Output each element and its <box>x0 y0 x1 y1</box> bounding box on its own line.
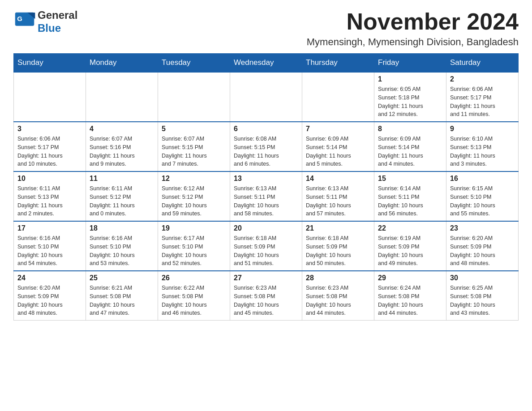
calendar-cell: 25Sunrise: 6:21 AMSunset: 5:08 PMDayligh… <box>86 271 158 321</box>
week-row-3: 10Sunrise: 6:11 AMSunset: 5:13 PMDayligh… <box>14 171 519 221</box>
day-info: Sunrise: 6:20 AMSunset: 5:09 PMDaylight:… <box>17 284 82 317</box>
day-number: 28 <box>306 274 370 282</box>
day-info: Sunrise: 6:18 AMSunset: 5:09 PMDaylight:… <box>234 234 298 268</box>
day-info: Sunrise: 6:13 AMSunset: 5:11 PMDaylight:… <box>306 184 370 218</box>
day-info: Sunrise: 6:19 AMSunset: 5:09 PMDaylight:… <box>378 234 442 268</box>
day-number: 23 <box>450 224 515 232</box>
day-number: 3 <box>17 125 82 133</box>
day-number: 11 <box>90 175 154 183</box>
logo: G General Blue <box>13 9 77 35</box>
calendar-cell: 13Sunrise: 6:13 AMSunset: 5:11 PMDayligh… <box>230 171 302 221</box>
day-info: Sunrise: 6:12 AMSunset: 5:12 PMDaylight:… <box>162 184 226 218</box>
calendar-cell: 19Sunrise: 6:17 AMSunset: 5:10 PMDayligh… <box>158 221 230 271</box>
month-title: November 2024 <box>307 9 519 34</box>
calendar-cell <box>14 72 86 122</box>
calendar-cell: 11Sunrise: 6:11 AMSunset: 5:12 PMDayligh… <box>86 171 158 221</box>
weekday-header-row: SundayMondayTuesdayWednesdayThursdayFrid… <box>14 54 519 73</box>
calendar-cell: 4Sunrise: 6:07 AMSunset: 5:16 PMDaylight… <box>86 122 158 171</box>
calendar-cell <box>158 72 230 122</box>
week-row-2: 3Sunrise: 6:06 AMSunset: 5:17 PMDaylight… <box>14 122 519 171</box>
day-number: 9 <box>450 125 515 133</box>
week-row-1: 1Sunrise: 6:05 AMSunset: 5:18 PMDaylight… <box>14 72 519 122</box>
day-number: 10 <box>17 175 82 183</box>
week-row-4: 17Sunrise: 6:16 AMSunset: 5:10 PMDayligh… <box>14 221 519 271</box>
calendar-cell: 7Sunrise: 6:09 AMSunset: 5:14 PMDaylight… <box>302 122 374 171</box>
calendar-cell: 5Sunrise: 6:07 AMSunset: 5:15 PMDaylight… <box>158 122 230 171</box>
calendar-cell <box>230 72 302 122</box>
day-info: Sunrise: 6:20 AMSunset: 5:09 PMDaylight:… <box>450 234 515 268</box>
day-info: Sunrise: 6:25 AMSunset: 5:08 PMDaylight:… <box>450 284 515 317</box>
calendar-cell: 30Sunrise: 6:25 AMSunset: 5:08 PMDayligh… <box>446 271 519 321</box>
calendar-cell: 23Sunrise: 6:20 AMSunset: 5:09 PMDayligh… <box>446 221 519 271</box>
day-info: Sunrise: 6:08 AMSunset: 5:15 PMDaylight:… <box>234 135 298 168</box>
day-info: Sunrise: 6:17 AMSunset: 5:10 PMDaylight:… <box>162 234 226 268</box>
calendar-table: SundayMondayTuesdayWednesdayThursdayFrid… <box>13 53 519 321</box>
logo-icon: G <box>13 11 36 33</box>
day-info: Sunrise: 6:09 AMSunset: 5:14 PMDaylight:… <box>378 135 442 168</box>
day-info: Sunrise: 6:07 AMSunset: 5:15 PMDaylight:… <box>162 135 226 168</box>
day-info: Sunrise: 6:06 AMSunset: 5:17 PMDaylight:… <box>17 135 82 168</box>
calendar-cell: 8Sunrise: 6:09 AMSunset: 5:14 PMDaylight… <box>374 122 446 171</box>
calendar-cell: 6Sunrise: 6:08 AMSunset: 5:15 PMDaylight… <box>230 122 302 171</box>
day-number: 1 <box>378 75 442 83</box>
calendar-cell: 2Sunrise: 6:06 AMSunset: 5:17 PMDaylight… <box>446 72 519 122</box>
calendar-cell: 10Sunrise: 6:11 AMSunset: 5:13 PMDayligh… <box>14 171 86 221</box>
page-header: G General Blue November 2024 Mymensingh,… <box>13 9 519 48</box>
day-info: Sunrise: 6:05 AMSunset: 5:18 PMDaylight:… <box>378 85 442 119</box>
day-info: Sunrise: 6:23 AMSunset: 5:08 PMDaylight:… <box>306 284 370 317</box>
calendar-cell: 1Sunrise: 6:05 AMSunset: 5:18 PMDaylight… <box>374 72 446 122</box>
calendar-cell: 26Sunrise: 6:22 AMSunset: 5:08 PMDayligh… <box>158 271 230 321</box>
logo-blue-text: Blue <box>38 22 77 35</box>
title-area: November 2024 Mymensingh, Mymensingh Div… <box>307 9 519 48</box>
day-info: Sunrise: 6:11 AMSunset: 5:12 PMDaylight:… <box>90 184 154 218</box>
calendar-cell: 9Sunrise: 6:10 AMSunset: 5:13 PMDaylight… <box>446 122 519 171</box>
calendar-cell: 28Sunrise: 6:23 AMSunset: 5:08 PMDayligh… <box>302 271 374 321</box>
day-number: 12 <box>162 175 226 183</box>
day-info: Sunrise: 6:14 AMSunset: 5:11 PMDaylight:… <box>378 184 442 218</box>
week-row-5: 24Sunrise: 6:20 AMSunset: 5:09 PMDayligh… <box>14 271 519 321</box>
weekday-header-thursday: Thursday <box>302 54 374 73</box>
weekday-header-monday: Monday <box>86 54 158 73</box>
calendar-cell <box>302 72 374 122</box>
day-number: 14 <box>306 175 370 183</box>
day-number: 19 <box>162 224 226 232</box>
day-number: 30 <box>450 274 515 282</box>
weekday-header-tuesday: Tuesday <box>158 54 230 73</box>
weekday-header-wednesday: Wednesday <box>230 54 302 73</box>
day-info: Sunrise: 6:16 AMSunset: 5:10 PMDaylight:… <box>90 234 154 268</box>
day-info: Sunrise: 6:15 AMSunset: 5:10 PMDaylight:… <box>450 184 515 218</box>
day-number: 13 <box>234 175 298 183</box>
day-number: 26 <box>162 274 226 282</box>
calendar-cell: 16Sunrise: 6:15 AMSunset: 5:10 PMDayligh… <box>446 171 519 221</box>
calendar-cell <box>86 72 158 122</box>
day-number: 22 <box>378 224 442 232</box>
day-info: Sunrise: 6:11 AMSunset: 5:13 PMDaylight:… <box>17 184 82 218</box>
weekday-header-friday: Friday <box>374 54 446 73</box>
day-number: 16 <box>450 175 515 183</box>
day-number: 24 <box>17 274 82 282</box>
day-info: Sunrise: 6:22 AMSunset: 5:08 PMDaylight:… <box>162 284 226 317</box>
calendar-cell: 21Sunrise: 6:18 AMSunset: 5:09 PMDayligh… <box>302 221 374 271</box>
day-info: Sunrise: 6:23 AMSunset: 5:08 PMDaylight:… <box>234 284 298 317</box>
day-number: 8 <box>378 125 442 133</box>
day-info: Sunrise: 6:18 AMSunset: 5:09 PMDaylight:… <box>306 234 370 268</box>
day-number: 5 <box>162 125 226 133</box>
calendar-cell: 24Sunrise: 6:20 AMSunset: 5:09 PMDayligh… <box>14 271 86 321</box>
day-number: 20 <box>234 224 298 232</box>
calendar-cell: 22Sunrise: 6:19 AMSunset: 5:09 PMDayligh… <box>374 221 446 271</box>
day-info: Sunrise: 6:21 AMSunset: 5:08 PMDaylight:… <box>90 284 154 317</box>
weekday-header-sunday: Sunday <box>14 54 86 73</box>
location-title: Mymensingh, Mymensingh Division, Banglad… <box>307 36 519 48</box>
day-info: Sunrise: 6:24 AMSunset: 5:08 PMDaylight:… <box>378 284 442 317</box>
day-info: Sunrise: 6:07 AMSunset: 5:16 PMDaylight:… <box>90 135 154 168</box>
weekday-header-saturday: Saturday <box>446 54 519 73</box>
calendar-cell: 18Sunrise: 6:16 AMSunset: 5:10 PMDayligh… <box>86 221 158 271</box>
day-number: 15 <box>378 175 442 183</box>
day-number: 4 <box>90 125 154 133</box>
day-info: Sunrise: 6:09 AMSunset: 5:14 PMDaylight:… <box>306 135 370 168</box>
day-number: 17 <box>17 224 82 232</box>
logo-general-text: General <box>38 9 77 22</box>
svg-text:G: G <box>17 15 22 22</box>
calendar-cell: 29Sunrise: 6:24 AMSunset: 5:08 PMDayligh… <box>374 271 446 321</box>
calendar-cell: 14Sunrise: 6:13 AMSunset: 5:11 PMDayligh… <box>302 171 374 221</box>
